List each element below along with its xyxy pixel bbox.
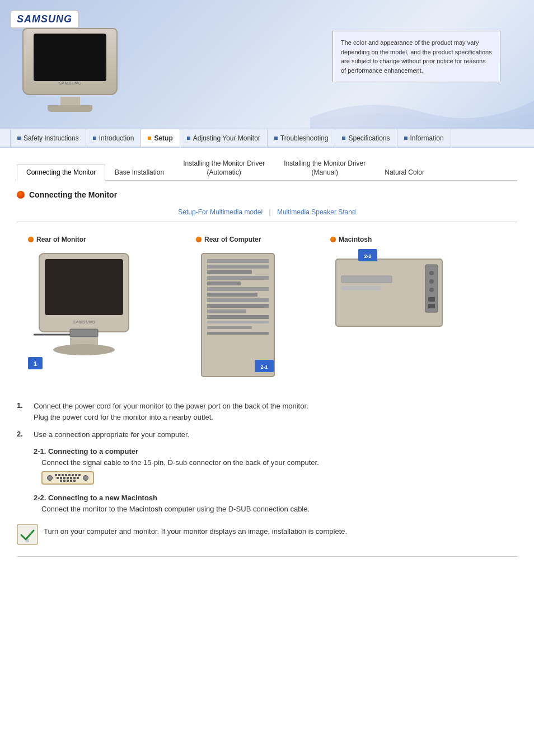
nav-item-safety[interactable]: Safety Instructions: [10, 129, 86, 147]
nav-bar: Safety Instructions Introduction Setup A…: [0, 129, 534, 148]
note-text: Turn on your computer and monitor. If yo…: [44, 526, 347, 537]
nav-label-adjusting: Adjusting Your Monitor: [193, 134, 260, 142]
nav-label-specifications: Specifications: [348, 134, 390, 142]
svg-rect-23: [207, 332, 269, 335]
link-multimedia-model[interactable]: Setup-For Multimedia model: [178, 208, 263, 216]
instr-text-1: Connect the power cord for your monitor …: [34, 401, 308, 422]
main-content: Connecting the Monitor Base Installation…: [0, 156, 534, 574]
svg-rect-15: [207, 287, 269, 291]
section-bullet-icon: [17, 191, 25, 199]
nav-label-troubleshooting: Troubleshooting: [280, 134, 329, 142]
svg-point-5: [53, 344, 115, 355]
svg-text:1: 1: [34, 360, 37, 367]
rear-monitor-bullet: [28, 237, 34, 242]
wave-decoration: [310, 84, 534, 129]
note-box: Turn on your computer and monitor. If yo…: [17, 524, 517, 545]
nav-item-information[interactable]: Information: [397, 129, 451, 147]
section-heading-text: Connecting the Monitor: [29, 190, 117, 199]
svg-rect-11: [207, 265, 269, 269]
svg-rect-20: [207, 315, 269, 319]
svg-rect-14: [207, 281, 241, 285]
macintosh-svg: 2-2: [330, 248, 453, 337]
section-divider: [17, 222, 517, 222]
instr-number-2: 2.: [17, 430, 34, 438]
nav-item-introduction[interactable]: Introduction: [86, 129, 142, 147]
instruction-1: 1. Connect the power cord for your monit…: [17, 401, 517, 422]
nav-item-specifications[interactable]: Specifications: [335, 129, 397, 147]
nav-bullet-specifications: [342, 137, 345, 140]
nav-bullet-adjusting: [187, 137, 190, 140]
sub-instr-22-text: Connect the monitor to the Macintosh com…: [41, 504, 517, 515]
instructions: 1. Connect the power cord for your monit…: [17, 401, 517, 545]
sub-instruction-22: 2-2. Connecting to a new Macintosh Conne…: [34, 494, 517, 515]
banner-info-text: The color and appearance of the product …: [341, 39, 492, 74]
svg-rect-28: [341, 286, 381, 290]
monitor-illustration: SAMSUNG: [17, 28, 174, 118]
sub-instr-21-number: 2-1.: [34, 447, 46, 456]
diagram-area: Rear of Monitor SAMSUNG: [17, 236, 517, 389]
link-speaker-stand[interactable]: Multimedia Speaker Stand: [277, 208, 356, 216]
macintosh-label-text: Macintosh: [339, 236, 372, 243]
sub-instr-22-heading: Connecting to a new Macintosh: [48, 494, 157, 502]
nav-item-adjusting[interactable]: Adjusting Your Monitor: [180, 129, 268, 147]
monitor-rear-svg: SAMSUNG 1: [28, 248, 140, 377]
svg-rect-3: [70, 329, 98, 337]
rear-computer-label: Rear of Computer: [196, 236, 319, 243]
dsub-circle-left: [47, 475, 53, 481]
sub-tab-driver-manual[interactable]: Installing the Monitor Driver(Manual): [274, 156, 375, 180]
header-banner: SAMSUNG SAMSUNG The color and appearance…: [0, 0, 534, 129]
nav-bullet-troubleshooting: [274, 137, 278, 140]
macintosh-label: Macintosh: [330, 236, 453, 243]
svg-rect-19: [207, 309, 246, 313]
nav-item-troubleshooting[interactable]: Troubleshooting: [268, 129, 336, 147]
sub-instr-21-heading: Connecting to a computer: [48, 447, 138, 456]
macintosh-bullet: [330, 237, 336, 242]
rear-computer-label-text: Rear of Computer: [204, 236, 261, 243]
nav-bullet-setup: [148, 137, 151, 140]
instruction-2: 2. Use a connection appropriate for your…: [17, 429, 517, 440]
sub-tab-natural-color-label: Natural Color: [385, 168, 424, 176]
svg-text:SAMSUNG: SAMSUNG: [73, 320, 96, 325]
nav-label-introduction: Introduction: [99, 134, 134, 142]
sub-tab-base-installation[interactable]: Base Installation: [105, 165, 174, 181]
svg-rect-18: [207, 304, 269, 308]
sub-instr-22-number: 2-2.: [34, 494, 46, 502]
rear-monitor-section: Rear of Monitor SAMSUNG: [28, 236, 185, 378]
brand-name: SAMSUNG: [17, 13, 72, 25]
svg-rect-17: [207, 298, 269, 302]
nav-label-safety: Safety Instructions: [24, 134, 79, 142]
sub-tab-natural-color[interactable]: Natural Color: [375, 165, 434, 181]
sub-tab-connecting[interactable]: Connecting the Monitor: [17, 165, 105, 182]
sub-instr-22-label: 2-2. Connecting to a new Macintosh: [34, 494, 517, 502]
svg-rect-33: [428, 297, 435, 302]
svg-rect-21: [207, 321, 269, 323]
svg-text:2-1: 2-1: [260, 364, 268, 370]
instr-text-2: Use a connection appropriate for your co…: [34, 429, 189, 440]
svg-text:2-2: 2-2: [364, 253, 371, 259]
computer-rear-svg: 2-1: [196, 248, 297, 388]
nav-item-setup[interactable]: Setup: [141, 129, 180, 147]
svg-rect-13: [207, 276, 269, 280]
svg-rect-10: [207, 259, 269, 263]
svg-point-31: [429, 279, 434, 284]
nav-label-setup: Setup: [154, 134, 172, 142]
nav-bullet-introduction: [93, 137, 96, 140]
svg-point-32: [429, 288, 434, 292]
nav-bullet-safety: [17, 137, 21, 140]
rear-monitor-label: Rear of Monitor: [28, 236, 185, 243]
sub-instr-21-text: Connect the signal cable to the 15-pin, …: [41, 457, 517, 468]
svg-rect-22: [207, 326, 252, 329]
svg-rect-16: [207, 293, 257, 297]
rear-computer-section: Rear of Computer: [196, 236, 319, 389]
note-icon: [17, 524, 38, 545]
dsub-connector-illustration: [41, 471, 94, 485]
svg-rect-34: [428, 304, 435, 308]
links-separator: |: [269, 208, 270, 216]
rear-monitor-label-text: Rear of Monitor: [36, 236, 86, 243]
sub-tab-driver-auto[interactable]: Installing the Monitor Driver(Automatic): [174, 156, 274, 180]
svg-rect-12: [207, 270, 252, 274]
nav-label-information: Information: [410, 134, 444, 142]
rear-computer-bullet: [196, 237, 202, 242]
svg-point-38: [26, 539, 29, 542]
section-heading: Connecting the Monitor: [17, 190, 517, 199]
